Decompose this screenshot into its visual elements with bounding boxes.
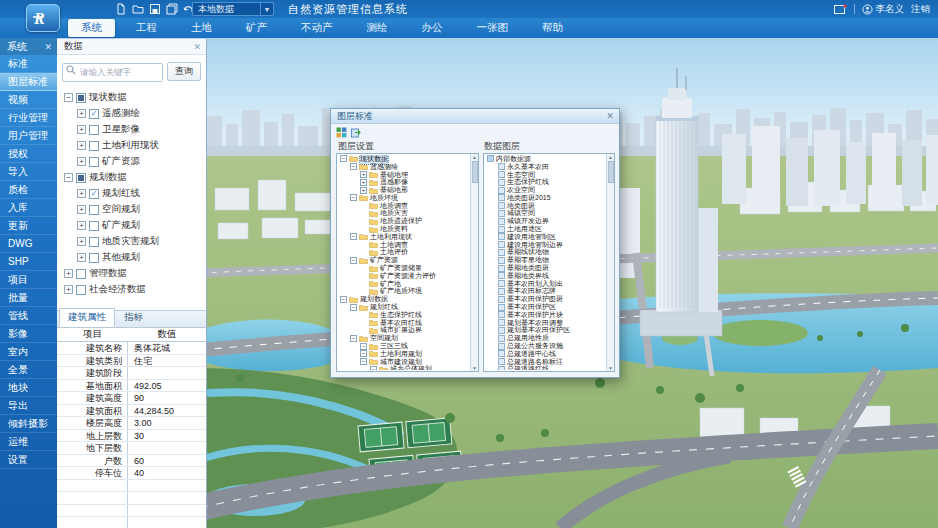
expander-icon[interactable] <box>64 173 73 182</box>
sidebar-item[interactable]: 视频 <box>0 91 57 109</box>
user-menu[interactable]: 李名义 <box>862 3 905 16</box>
sidebar-item[interactable]: 行业管理 <box>0 109 57 127</box>
tree-row[interactable]: 遥感测绘 <box>57 106 206 122</box>
data-source-item[interactable]: 总规道路红线 <box>485 366 605 370</box>
layer-tree-row[interactable]: 土地评价 <box>338 249 469 257</box>
checkbox[interactable] <box>76 269 86 279</box>
expander-icon[interactable] <box>77 189 86 198</box>
sidebar-item[interactable]: 管线 <box>0 307 57 325</box>
tab[interactable]: 建筑属性 <box>59 308 115 327</box>
sidebar-item[interactable]: 标准 <box>0 55 57 73</box>
tree-row[interactable]: 规划红线 <box>57 186 206 202</box>
close-icon[interactable]: ✕ <box>606 111 614 121</box>
layer-grid-icon[interactable] <box>336 127 347 138</box>
dataset-select[interactable]: 本地数据 ▼ <box>192 2 274 16</box>
checkbox[interactable] <box>76 285 86 295</box>
sidebar-item[interactable]: 入库 <box>0 199 57 217</box>
table-row[interactable]: 建筑名称 奥体花城 <box>57 342 206 355</box>
tree-row[interactable]: 土地利用现状 <box>57 138 206 154</box>
table-row[interactable] <box>57 480 206 493</box>
save-all-icon[interactable] <box>166 3 178 15</box>
table-row[interactable] <box>57 492 206 505</box>
expander-icon[interactable] <box>77 221 86 230</box>
data-source-item[interactable]: 生态保护红线 <box>485 178 605 186</box>
expander-icon[interactable] <box>340 296 347 303</box>
sidebar-item[interactable]: 导出 <box>0 397 57 415</box>
expander-icon[interactable] <box>360 187 367 194</box>
expander-icon[interactable] <box>350 335 357 342</box>
search-button[interactable]: 查询 <box>167 62 201 81</box>
menu-item[interactable]: 土地 <box>178 19 225 37</box>
scrollbar-vertical[interactable]: ▲▼ <box>470 154 478 371</box>
menu-item[interactable]: 测绘 <box>354 19 401 37</box>
sidebar-item[interactable]: 用户管理 <box>0 127 57 145</box>
tree-row[interactable]: 其他规划 <box>57 250 206 266</box>
sidebar-item[interactable]: 室内 <box>0 343 57 361</box>
expander-icon[interactable] <box>64 285 73 294</box>
expander-icon[interactable] <box>360 179 367 186</box>
sidebar-item[interactable]: 更新 <box>0 217 57 235</box>
tree-row[interactable]: 地质灾害规划 <box>57 234 206 250</box>
expander-icon[interactable] <box>360 171 367 178</box>
tree-row[interactable]: 管理数据 <box>57 266 206 282</box>
dialog-titlebar[interactable]: 图层标准 ✕ <box>331 109 619 124</box>
import-layer-icon[interactable] <box>351 127 362 138</box>
tree-row[interactable]: 矿产规划 <box>57 218 206 234</box>
checkbox[interactable] <box>89 253 99 263</box>
tree-row[interactable]: 现状数据 <box>57 90 206 106</box>
layer-tree-row[interactable]: 规划数据 <box>338 295 469 303</box>
checkbox[interactable] <box>89 141 99 151</box>
expander-icon[interactable] <box>350 257 357 264</box>
checkbox[interactable] <box>76 93 86 103</box>
menu-item[interactable]: 办公 <box>409 19 456 37</box>
expander-icon[interactable] <box>340 155 347 162</box>
expander-icon[interactable] <box>360 350 367 357</box>
checkbox[interactable] <box>89 237 99 247</box>
open-folder-icon[interactable] <box>132 3 144 15</box>
sidebar-item[interactable]: 运维 <box>0 433 57 451</box>
table-row[interactable]: 地上层数 30 <box>57 430 206 443</box>
scrollbar-thumb[interactable] <box>472 161 478 183</box>
save-icon[interactable] <box>149 3 161 15</box>
layer-tree-row[interactable]: 基础地形 <box>338 186 469 194</box>
scrollbar-vertical[interactable]: ▲▼ <box>606 154 614 371</box>
tree-row[interactable]: 社会经济数据 <box>57 282 206 298</box>
sidebar-item[interactable]: 倾斜摄影 <box>0 415 57 433</box>
checkbox[interactable] <box>89 221 99 231</box>
data-source-item[interactable]: 地类图斑2015 <box>485 194 605 202</box>
sidebar-item[interactable]: 图层标准 <box>0 73 57 91</box>
expander-icon[interactable] <box>370 366 377 370</box>
search-input[interactable] <box>62 63 163 82</box>
table-row[interactable]: 建筑类别 住宅 <box>57 355 206 368</box>
expander-icon[interactable] <box>77 125 86 134</box>
menu-item[interactable]: 帮助 <box>529 19 576 37</box>
expander-icon[interactable] <box>77 109 86 118</box>
layer-tree-row[interactable]: 矿产资源潜力评价 <box>338 272 469 280</box>
expander-icon[interactable] <box>77 157 86 166</box>
layer-tree-row[interactable]: 矿产地质环境 <box>338 288 469 296</box>
menu-item[interactable]: 不动产 <box>288 19 346 37</box>
menu-item[interactable]: 矿产 <box>233 19 280 37</box>
expander-icon[interactable] <box>350 194 357 201</box>
sidebar-item[interactable]: 影像 <box>0 325 57 343</box>
data-source-item[interactable]: 永久基本农田 <box>485 163 605 171</box>
sidebar-item[interactable]: 设置 <box>0 451 57 469</box>
new-file-icon[interactable] <box>115 3 127 15</box>
tree-row[interactable]: 空间规划 <box>57 202 206 218</box>
table-row[interactable]: 建筑面积 44,284.50 <box>57 405 206 418</box>
expander-icon[interactable] <box>360 358 367 365</box>
checkbox[interactable] <box>89 157 99 167</box>
menu-item[interactable]: 一张图 <box>464 19 522 37</box>
table-row[interactable]: 地下层数 <box>57 442 206 455</box>
close-icon[interactable]: ✕ <box>193 42 201 52</box>
expander-icon[interactable] <box>77 253 86 262</box>
layer-tree-row[interactable]: 现状数据 <box>338 155 469 163</box>
sidebar-item[interactable]: 地块 <box>0 379 57 397</box>
expander-icon[interactable] <box>64 269 73 278</box>
table-row[interactable]: 基地面积 492.05 <box>57 380 206 393</box>
checkbox[interactable] <box>89 125 99 135</box>
table-row[interactable]: 建筑高度 90 <box>57 392 206 405</box>
table-row[interactable]: 楼层高度 3.00 <box>57 417 206 430</box>
sidebar-item[interactable]: DWG <box>0 235 57 253</box>
sidebar-item[interactable]: 导入 <box>0 163 57 181</box>
